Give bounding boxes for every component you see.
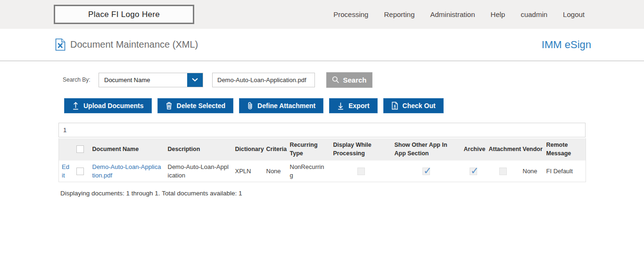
upload-documents-button[interactable]: Upload Documents	[64, 98, 152, 113]
edit-column-header	[59, 138, 74, 160]
main-nav: Processing Reporting Administration Help…	[333, 10, 585, 18]
table-header-row: Document Name Description Dictionary Cri…	[59, 138, 586, 160]
row-select-checkbox[interactable]	[76, 168, 84, 175]
top-bar: Place FI Logo Here Processing Reporting …	[0, 0, 644, 29]
paperclip-icon	[247, 101, 253, 110]
column-header-show-other-app: Show Other App In App Section	[392, 138, 461, 160]
page-title: Document Maintenance (XML)	[70, 39, 198, 50]
table-row: Edit Demo-Auto-Loan-Application.pdf Demo…	[59, 160, 586, 182]
main-content: Search By: Document Name Search	[0, 61, 644, 197]
delete-selected-button[interactable]: Delete Selected	[157, 98, 234, 113]
fi-logo-placeholder: Place FI Logo Here	[54, 5, 194, 24]
display-while-processing-checkbox[interactable]	[357, 168, 365, 175]
column-header-archive: Archive	[461, 138, 486, 160]
column-header-attachment: Attachment	[486, 138, 520, 160]
search-button-label: Search	[343, 76, 366, 84]
search-button[interactable]: Search	[326, 72, 372, 88]
define-attachment-label: Define Attachment	[257, 102, 315, 110]
column-header-criteria: Criteria	[264, 138, 287, 160]
documents-table: Document Name Description Dictionary Cri…	[58, 138, 586, 182]
title-group: Document Maintenance (XML)	[55, 38, 198, 51]
attachment-checkbox[interactable]	[499, 168, 507, 175]
documents-count-summary: Displaying documents: 1 through 1. Total…	[60, 190, 644, 197]
upload-documents-label: Upload Documents	[83, 102, 144, 110]
nav-item-logout[interactable]: Logout	[563, 10, 585, 18]
checkout-document-icon	[391, 101, 398, 110]
dictionary-cell: XPLN	[232, 160, 264, 182]
upload-icon	[72, 101, 79, 110]
search-by-dropdown-value: Document Name	[99, 73, 187, 87]
search-icon	[332, 76, 339, 84]
action-buttons-row: Upload Documents Delete Selected Define …	[64, 98, 644, 113]
search-row: Search By: Document Name Search	[63, 72, 644, 87]
brand-logo-text: IMM eSign	[542, 39, 591, 51]
nav-item-help[interactable]: Help	[491, 10, 505, 18]
title-bar: Document Maintenance (XML) IMM eSign	[0, 29, 644, 61]
column-header-remote-message: Remote Message	[544, 138, 586, 160]
trash-icon	[165, 101, 173, 110]
export-label: Export	[348, 102, 369, 110]
nav-item-reporting[interactable]: Reporting	[384, 10, 414, 18]
select-all-column-header	[74, 138, 90, 160]
pagination-bar: 1	[58, 123, 586, 137]
column-header-vendor: Vendor	[520, 138, 544, 160]
nav-item-username[interactable]: cuadmin	[520, 10, 547, 18]
column-header-document-name: Document Name	[90, 138, 165, 160]
define-attachment-button[interactable]: Define Attachment	[239, 98, 323, 113]
vendor-cell: None	[520, 160, 544, 182]
check-out-button[interactable]: Check Out	[383, 98, 444, 113]
document-x-icon	[55, 38, 66, 51]
fi-logo-text: Place FI Logo Here	[88, 10, 160, 19]
document-name-link[interactable]: Demo-Auto-Loan-Application.pdf	[92, 163, 161, 179]
criteria-cell: None	[264, 160, 287, 182]
download-icon	[337, 101, 344, 110]
check-out-label: Check Out	[403, 102, 436, 110]
export-button[interactable]: Export	[329, 98, 377, 113]
description-cell: Demo-Auto-Loan-Application	[165, 160, 232, 182]
nav-item-processing[interactable]: Processing	[333, 10, 368, 18]
search-by-label: Search By:	[63, 76, 99, 83]
search-by-dropdown[interactable]: Document Name	[99, 73, 203, 87]
column-header-recurring-type: Recurring Type	[287, 138, 330, 160]
nav-item-administration[interactable]: Administration	[430, 10, 475, 18]
edit-link[interactable]: Edit	[62, 163, 69, 179]
show-other-app-checkbox[interactable]	[422, 168, 430, 175]
remote-message-cell: FI Default	[544, 160, 586, 182]
search-input[interactable]	[212, 73, 315, 87]
select-all-checkbox[interactable]	[76, 145, 84, 153]
recurring-type-cell: NonRecurring	[287, 160, 330, 182]
column-header-description: Description	[165, 138, 232, 160]
archive-checkbox[interactable]	[470, 168, 477, 175]
chevron-down-icon	[187, 73, 203, 87]
page-number[interactable]: 1	[63, 126, 66, 134]
column-header-display-while-processing: Display While Processing	[330, 138, 392, 160]
documents-table-container: 1 Document Name Description Dictionary	[58, 123, 586, 182]
delete-selected-label: Delete Selected	[177, 102, 226, 110]
column-header-dictionary: Dictionary	[232, 138, 264, 160]
